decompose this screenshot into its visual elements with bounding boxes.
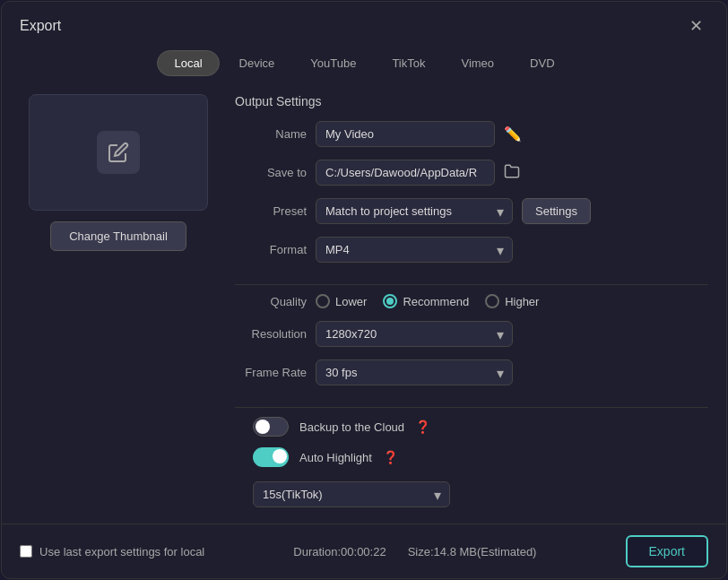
frame-rate-select[interactable]: 30 fps	[316, 359, 513, 385]
format-row: Format MP4	[235, 237, 708, 263]
tab-dvd[interactable]: DVD	[514, 50, 570, 76]
export-button[interactable]: Export	[626, 535, 708, 567]
footer-center: Duration:00:00:22 Size:14.8 MB(Estimated…	[293, 545, 536, 558]
footer: Use last export settings for local Durat…	[2, 524, 726, 578]
backup-help-icon[interactable]: ❓	[415, 420, 430, 434]
radio-lower	[316, 294, 330, 308]
dialog-title: Export	[20, 18, 61, 34]
name-row: Name ✏️	[235, 121, 708, 147]
divider-1	[235, 284, 708, 285]
ai-icon[interactable]: ✏️	[504, 126, 522, 143]
tabs-row: Local Device YouTube TikTok Vimeo DVD	[2, 47, 726, 85]
frame-rate-label: Frame Rate	[235, 366, 307, 379]
quality-label: Quality	[235, 295, 307, 308]
close-button[interactable]: ✕	[684, 14, 708, 38]
auto-highlight-help-icon[interactable]: ❓	[383, 450, 398, 464]
tab-tiktok[interactable]: TikTok	[376, 50, 441, 76]
auto-highlight-thumb	[273, 449, 287, 463]
quality-higher[interactable]: Higher	[485, 294, 539, 308]
format-label: Format	[235, 243, 307, 256]
format-select[interactable]: MP4	[316, 237, 513, 263]
change-thumbnail-button[interactable]: Change Thumbnail	[50, 221, 186, 251]
save-to-label: Save to	[235, 166, 307, 179]
name-input[interactable]	[316, 121, 495, 147]
save-to-row: Save to	[235, 160, 708, 186]
highlight-duration-select[interactable]: 15s(TikTok)	[253, 481, 450, 507]
use-last-settings-checkbox[interactable]	[20, 545, 32, 558]
name-label: Name	[235, 127, 307, 141]
thumbnail-edit-icon	[97, 131, 140, 174]
duration-label: Duration:00:00:22	[293, 545, 386, 558]
frame-rate-row: Frame Rate 30 fps	[235, 359, 708, 385]
title-bar: Export ✕	[2, 2, 726, 47]
save-path-input[interactable]	[316, 160, 495, 186]
resolution-select[interactable]: 1280x720	[316, 321, 513, 347]
backup-row: Backup to the Cloud ❓	[235, 417, 708, 437]
auto-highlight-row: Auto Highlight ❓	[235, 447, 708, 467]
quality-lower-label: Lower	[335, 295, 367, 308]
divider-2	[235, 407, 708, 408]
quality-lower[interactable]: Lower	[316, 294, 367, 308]
preset-row: Preset Match to project settings Setting…	[235, 198, 708, 224]
right-panel: Output Settings Name ✏️ Save to Preset	[235, 94, 708, 515]
radio-recommend	[383, 294, 397, 308]
auto-highlight-label: Auto Highlight	[299, 451, 372, 464]
thumbnail-preview	[29, 94, 208, 211]
quality-recommend-label: Recommend	[403, 295, 469, 308]
preset-label: Preset	[235, 204, 307, 218]
main-content: Change Thumbnail Output Settings Name ✏️…	[2, 85, 726, 524]
quality-recommend[interactable]: Recommend	[383, 294, 469, 308]
resolution-label: Resolution	[235, 327, 307, 341]
footer-left: Use last export settings for local	[20, 545, 204, 558]
export-dialog: Export ✕ Local Device YouTube TikTok Vim…	[1, 1, 727, 579]
tab-youtube[interactable]: YouTube	[294, 50, 372, 76]
auto-highlight-toggle[interactable]	[253, 447, 289, 467]
preset-select[interactable]: Match to project settings	[316, 198, 513, 224]
resolution-row: Resolution 1280x720	[235, 321, 708, 347]
folder-icon[interactable]	[504, 163, 520, 183]
backup-toggle[interactable]	[253, 417, 289, 437]
tab-device[interactable]: Device	[223, 50, 291, 76]
left-panel: Change Thumbnail	[20, 94, 217, 515]
quality-higher-label: Higher	[505, 295, 539, 308]
tab-vimeo[interactable]: Vimeo	[445, 50, 510, 76]
radio-higher	[485, 294, 499, 308]
settings-button[interactable]: Settings	[522, 198, 591, 224]
quality-row: Quality Lower Recommend Higher	[235, 294, 708, 308]
backup-label: Backup to the Cloud	[299, 420, 404, 434]
use-last-settings-label: Use last export settings for local	[39, 545, 204, 558]
backup-toggle-thumb	[256, 420, 270, 434]
quality-radio-group: Lower Recommend Higher	[316, 294, 539, 308]
tab-local[interactable]: Local	[157, 50, 219, 76]
section-title: Output Settings	[235, 94, 708, 108]
size-label: Size:14.8 MB(Estimated)	[408, 545, 537, 558]
